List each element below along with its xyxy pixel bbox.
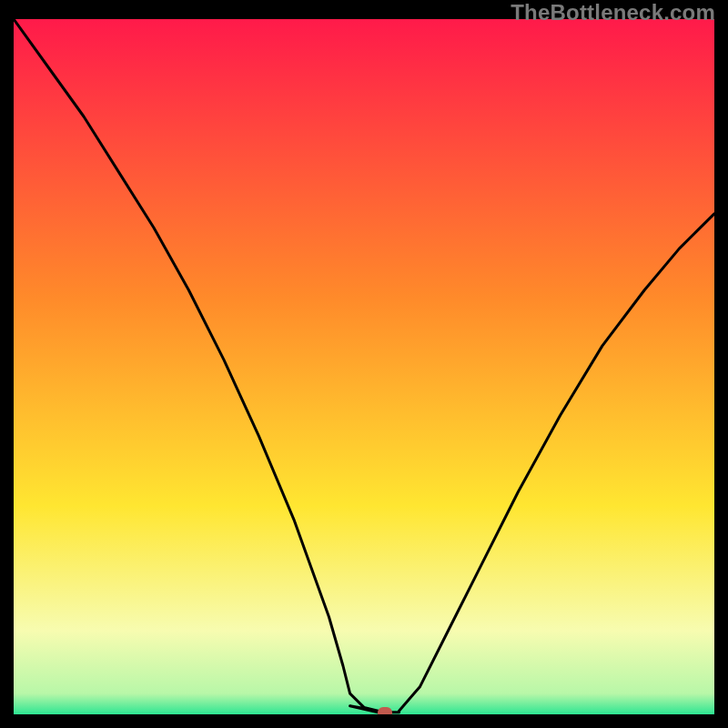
bottleneck-curve bbox=[14, 19, 714, 714]
chart-frame: TheBottleneck.com bbox=[0, 0, 728, 728]
watermark-text: TheBottleneck.com bbox=[511, 0, 715, 25]
minimum-marker bbox=[378, 707, 392, 714]
plot-area bbox=[14, 19, 714, 714]
